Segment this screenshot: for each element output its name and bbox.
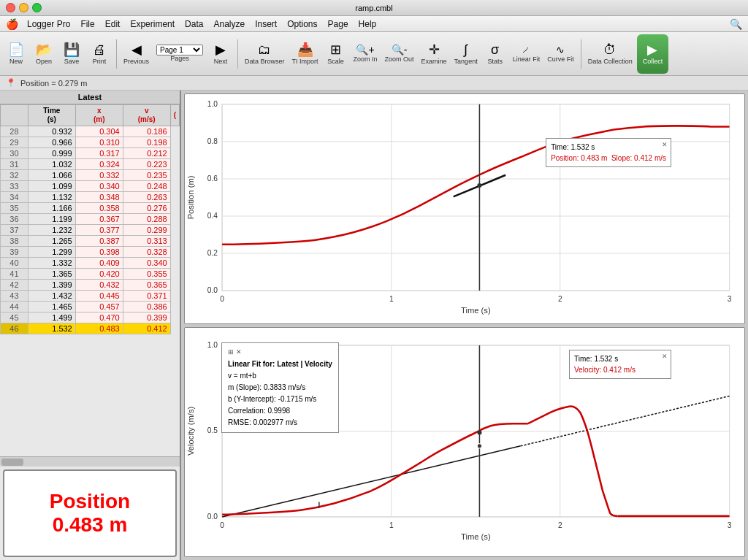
row-time: 1.332 [28, 258, 75, 269]
col-v: v(m/s) [123, 105, 170, 126]
row-time: 1.166 [28, 203, 75, 214]
svg-text:0: 0 [220, 295, 224, 303]
chart2-tooltip-close[interactable]: ✕ [662, 352, 668, 362]
table-row[interactable]: 43 1.432 0.445 0.371 [1, 291, 180, 302]
data-table[interactable]: Time(s) x(m) v(m/s) ( 28 0.932 0.304 0.1… [0, 104, 180, 456]
table-row[interactable]: 32 1.066 0.332 0.235 [1, 170, 180, 181]
page-select[interactable]: Page 1 [156, 45, 203, 55]
table-row[interactable]: 46 1.532 0.483 0.412 [1, 323, 180, 334]
menu-loggerpro[interactable]: Logger Pro [27, 19, 70, 29]
menu-data[interactable]: Data [185, 19, 203, 29]
table-row[interactable]: 41 1.365 0.420 0.355 [1, 269, 180, 280]
row-v: 0.212 [123, 148, 170, 159]
previous-button[interactable]: ◀ Previous [121, 34, 152, 74]
zoomout-label: Zoom Out [385, 56, 414, 64]
fit-slope: m (Slope): 0.3833 m/s/s [228, 382, 332, 394]
search-icon[interactable]: 🔍 [730, 18, 742, 30]
row-num: 33 [1, 181, 28, 192]
menu-edit[interactable]: Edit [105, 19, 121, 29]
minimize-button[interactable] [19, 3, 28, 12]
row-v: 0.276 [123, 203, 170, 214]
zoomout-button[interactable]: 🔍- Zoom Out [382, 34, 417, 74]
datacollection-button[interactable]: ⏱ Data Collection [585, 34, 636, 74]
linearfit-button[interactable]: ⟋ Linear Fit [510, 34, 543, 74]
svg-point-48 [477, 430, 481, 434]
scroll-thumb[interactable] [1, 459, 23, 466]
table-row[interactable]: 36 1.199 0.367 0.288 [1, 214, 180, 225]
print-label: Print [93, 58, 107, 66]
row-num: 42 [1, 280, 28, 291]
table-row[interactable]: 34 1.132 0.348 0.263 [1, 192, 180, 203]
row-x: 0.358 [75, 203, 123, 214]
table-row[interactable]: 38 1.265 0.387 0.313 [1, 236, 180, 247]
table-row[interactable]: 44 1.465 0.457 0.386 [1, 302, 180, 312]
menu-file[interactable]: File [80, 19, 94, 29]
right-panel: 0.0 0.2 0.4 0.6 0.8 1.0 0 1 2 3 Position… [181, 91, 748, 560]
table-row[interactable]: 42 1.399 0.432 0.365 [1, 280, 180, 291]
print-button[interactable]: 🖨 Print [86, 34, 112, 74]
table-row[interactable]: 28 0.932 0.304 0.186 [1, 126, 180, 137]
table-row[interactable]: 31 1.032 0.324 0.223 [1, 159, 180, 170]
table-row[interactable]: 30 0.999 0.317 0.212 [1, 148, 180, 159]
svg-text:0.0: 0.0 [207, 286, 218, 294]
display-box: Position 0.483 m [3, 469, 177, 557]
display-label: Position [50, 490, 130, 513]
menu-insert[interactable]: Insert [255, 19, 277, 29]
apple-menu[interactable]: 🍎 [6, 18, 18, 30]
row-time: 1.132 [28, 192, 75, 203]
databrowser-button[interactable]: 🗂 Data Browser [242, 34, 288, 74]
menu-options[interactable]: Options [287, 19, 317, 29]
table-row[interactable]: 39 1.299 0.398 0.328 [1, 247, 180, 258]
svg-text:0: 0 [220, 521, 224, 529]
pages-control[interactable]: Page 1 Pages [153, 34, 206, 74]
collect-button[interactable]: ▶ Collect [637, 34, 669, 74]
next-button[interactable]: ▶ Next [207, 34, 234, 74]
table-scrollbar[interactable] [0, 456, 180, 467]
data-panel: Latest Time(s) x(m) v(m/s) ( 28 0.932 0.… [0, 91, 181, 560]
svg-text:0.4: 0.4 [207, 212, 218, 220]
scale-label: Scale [327, 58, 344, 66]
close-button[interactable] [6, 3, 15, 12]
table-row[interactable]: 33 1.099 0.340 0.248 [1, 181, 180, 192]
databrowser-icon: 🗂 [258, 42, 271, 58]
row-v: 0.355 [123, 269, 170, 280]
svg-point-49 [477, 443, 481, 448]
new-button[interactable]: 📄 New [3, 34, 29, 74]
row-num: 38 [1, 236, 28, 247]
table-row[interactable]: 37 1.232 0.377 0.299 [1, 225, 180, 236]
menu-page[interactable]: Page [328, 19, 348, 29]
row-num: 43 [1, 291, 28, 302]
row-num: 29 [1, 137, 28, 148]
menu-help[interactable]: Help [359, 19, 377, 29]
row-x: 0.470 [75, 312, 123, 323]
stats-button[interactable]: σ Stats [482, 34, 508, 74]
col-extra: ( [170, 105, 179, 126]
main-content: Latest Time(s) x(m) v(m/s) ( 28 0.932 0.… [0, 91, 748, 560]
open-label: Open [36, 58, 52, 66]
tangent-button[interactable]: ∫ Tangent [451, 34, 481, 74]
table-row[interactable]: 29 0.966 0.310 0.198 [1, 137, 180, 148]
velocity-chart[interactable]: 0.0 0.5 1.0 0 1 2 3 Velocity (m/s) Time … [184, 327, 745, 558]
table-row[interactable]: 40 1.332 0.409 0.340 [1, 258, 180, 269]
svg-text:1: 1 [389, 295, 394, 303]
fit-correlation: Correlation: 0.9998 [228, 405, 332, 417]
curvefit-button[interactable]: ∿ Curve Fit [544, 34, 577, 74]
chart1-tooltip-close[interactable]: ✕ [662, 140, 668, 150]
save-button[interactable]: 💾 Save [58, 34, 85, 74]
row-num: 28 [1, 126, 28, 137]
charts-area: 0.0 0.2 0.4 0.6 0.8 1.0 0 1 2 3 Position… [181, 91, 748, 560]
chart1-tooltip-pos: Position: 0.483 m Slope: 0.412 m/s [551, 153, 666, 164]
table-row[interactable]: 35 1.166 0.358 0.276 [1, 203, 180, 214]
table-row[interactable]: 45 1.499 0.470 0.399 [1, 312, 180, 323]
position-chart[interactable]: 0.0 0.2 0.4 0.6 0.8 1.0 0 1 2 3 Position… [184, 93, 745, 324]
menu-analyze[interactable]: Analyze [213, 19, 245, 29]
menu-experiment[interactable]: Experiment [130, 19, 175, 29]
row-num: 35 [1, 203, 28, 214]
scale-button[interactable]: ⊞ Scale [323, 34, 349, 74]
examine-button[interactable]: ✛ Examine [419, 34, 450, 74]
tiimport-button[interactable]: 📥 TI Import [289, 34, 321, 74]
open-button[interactable]: 📂 Open [31, 34, 57, 74]
stats-label: Stats [487, 58, 503, 66]
maximize-button[interactable] [32, 3, 42, 12]
zoomin-button[interactable]: 🔍+ Zoom In [351, 34, 381, 74]
